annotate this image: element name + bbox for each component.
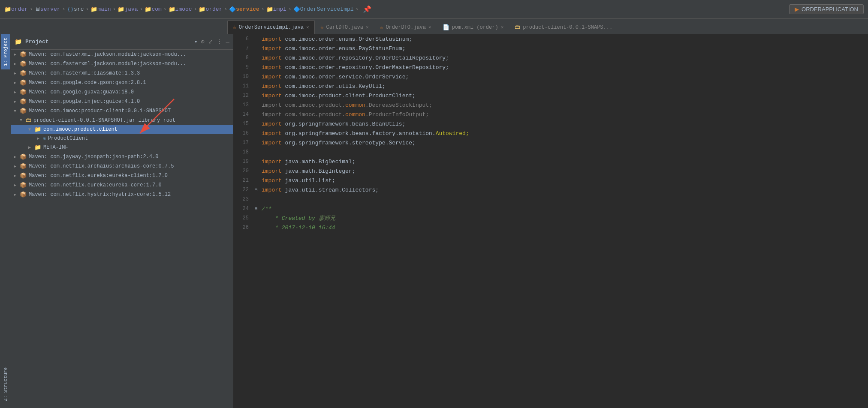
code-line-6[interactable]: import com.imooc.order.enums. OrderStatu… (259, 34, 868, 44)
breadcrumb-com-icon: 📁 (145, 6, 151, 13)
dropdown-arrow[interactable]: ▾ (195, 39, 198, 45)
code-line-11[interactable]: import com.imooc.order.utils. KeyUtil; (259, 81, 868, 91)
code-line-15[interactable]: import org.springframework.beans. BeanUt… (259, 119, 868, 129)
tab-pomxml[interactable]: 📄 pom.xml (order) ✕ (437, 20, 509, 34)
breadcrumb-impl-icon: 📁 (266, 6, 273, 13)
code-line-13[interactable]: import com.imooc.product. common .Decrea… (259, 100, 868, 110)
code-line-9[interactable]: import com.imooc.order.repository. Order… (259, 63, 868, 72)
empty-23 (262, 196, 265, 203)
kw-import-10: import (262, 74, 282, 80)
annotated-item-container: ▼ 📁 com.imooc.product.client (11, 125, 233, 134)
code-line-25[interactable]: * Created by 廖师兄 (259, 213, 868, 223)
line-num-7: 7 (233, 44, 253, 53)
line-num-12: 12 (233, 91, 253, 100)
breadcrumb-main[interactable]: main (97, 6, 111, 12)
project-panel-title: Project (25, 39, 191, 45)
code-line-7[interactable]: import com.imooc.order.enums. PayStatusE… (259, 44, 868, 53)
maven-icon-classmate: 📦 (20, 70, 27, 77)
sidebar-label-structure[interactable]: Z: Structure (1, 365, 10, 404)
pkg-14a: com.imooc.product. (282, 111, 345, 118)
maven-icon-eureka-core: 📦 (20, 182, 27, 189)
tab-java-icon-1: ☕ (320, 24, 324, 31)
breadcrumb-order2[interactable]: order (205, 6, 222, 12)
tree-item-jsonpath[interactable]: ▶ 📦 Maven: com.jayway.jsonpath:json-path… (11, 152, 233, 162)
tab-productclient[interactable]: 🗃 product-client-0.0.1-SNAPS... (509, 20, 618, 34)
tree-item-jackson1[interactable]: ▶ 📦 Maven: com.fasterxml.jackson.module:… (11, 50, 233, 59)
expand-icon[interactable]: ⤢ (208, 38, 213, 45)
settings-icon[interactable]: ⋮ (217, 38, 223, 45)
tree-item-productclient-class[interactable]: ▶ ⊞ ProductClient (11, 134, 233, 143)
tree-item-eureka-client[interactable]: ▶ 📦 Maven: com.netflix.eureka:eureka-cli… (11, 171, 233, 180)
code-line-23[interactable] (259, 195, 868, 204)
code-line-14[interactable]: import com.imooc.product. common .Produc… (259, 110, 868, 119)
label-gson: Maven: com.google.code.gson:gson:2.8.1 (29, 80, 146, 86)
pkg-10: com.imooc.order.service. (282, 74, 365, 80)
code-line-24[interactable]: /** (259, 204, 868, 213)
tree-item-classmate[interactable]: ▶ 📦 Maven: com.fasterxml:classmate:1.3.3 (11, 69, 233, 78)
code-line-17[interactable]: import org.springframework.stereotype. S… (259, 138, 868, 147)
id-8: OrderDetailRepository; (375, 55, 449, 61)
code-line-10[interactable]: import com.imooc.order.service. OrderSer… (259, 72, 868, 81)
pin-icon[interactable]: 📌 (363, 5, 371, 14)
code-line-19[interactable]: import java.math. BigDecimal; (259, 157, 868, 166)
id-12: ProductClient; (369, 93, 416, 99)
tab-close-3[interactable]: ✕ (501, 24, 504, 30)
pkg-8: com.imooc.order.repository. (282, 55, 375, 61)
tab-close-0[interactable]: ✕ (306, 24, 309, 30)
pkg-13a: com.imooc.product. (282, 102, 345, 108)
breadcrumb-imooc[interactable]: imooc (175, 6, 192, 12)
tree-item-product-client-maven[interactable]: ▼ 📦 Maven: com.imooc:product-client:0.0.… (11, 106, 233, 116)
tab-orderserviceimpl[interactable]: ☕ OrderServiceImpl.java ✕ (227, 20, 315, 34)
maven-icon-guice: 📦 (20, 98, 27, 105)
line-numbers: 6 7 8 9 10 11 12 13 14 15 16 17 18 19 20… (233, 34, 253, 408)
tree-item-guice[interactable]: ▶ 📦 Maven: com.google.inject:guice:4.1.0 (11, 97, 233, 106)
code-line-8[interactable]: import com.imooc.order.repository. Order… (259, 53, 868, 63)
kw-import-14: import (262, 111, 282, 118)
fold-25 (253, 213, 259, 223)
code-line-12[interactable]: import com.imooc.product.client. Product… (259, 91, 868, 100)
tree-item-com-imooc-product-client[interactable]: ▼ 📁 com.imooc.product.client (11, 125, 233, 134)
tree-item-archaius[interactable]: ▶ 📦 Maven: com.netflix.archaius:archaius… (11, 162, 233, 171)
breadcrumb-server[interactable]: server (40, 6, 60, 12)
fold-24[interactable]: ⊟ (253, 204, 259, 213)
breadcrumb-order[interactable]: order (11, 6, 28, 12)
pkg-9: com.imooc.order.repository. (282, 64, 375, 71)
tree-item-hystrix[interactable]: ▶ 📦 Maven: com.netflix.hystrix:hystrix-c… (11, 190, 233, 199)
code-line-20[interactable]: import java.math. BigInteger; (259, 166, 868, 176)
breadcrumb-impl[interactable]: impl (273, 6, 286, 12)
code-line-26[interactable]: * 2017-12-10 16:44 (259, 223, 868, 232)
line-num-10: 10 (233, 72, 253, 81)
id-16: Autowired; (436, 130, 469, 137)
breadcrumb-bar: 📁 order › 🖥 server › ⟨⟩ src › 📁 main › 📁… (0, 0, 868, 19)
tree-item-meta-inf[interactable]: ▶ 📁 META-INF (11, 143, 233, 152)
tab-close-2[interactable]: ✕ (428, 24, 431, 30)
tree-item-gson[interactable]: ▶ 📦 Maven: com.google.code.gson:gson:2.8… (11, 78, 233, 87)
fold-22[interactable]: ⊟ (253, 185, 259, 195)
sidebar-label-project[interactable]: 1: Project (1, 34, 10, 69)
minimize-icon[interactable]: — (226, 39, 229, 45)
breadcrumb-service[interactable]: service (236, 6, 259, 12)
tab-close-1[interactable]: ✕ (366, 24, 369, 30)
code-line-16[interactable]: import org.springframework.beans.factory… (259, 129, 868, 138)
label-jackson2: Maven: com.fasterxml.jackson.module:jack… (29, 61, 186, 67)
breadcrumb-class-icon: 🔷 (293, 6, 300, 13)
breadcrumb-classname[interactable]: OrderServiceImpl (300, 6, 354, 12)
tab-cartdto[interactable]: ☕ CartDTO.java ✕ (315, 20, 374, 34)
run-application-button[interactable]: ▶ ORDERAPPLICATION (789, 4, 864, 14)
breadcrumb-src[interactable]: src (74, 6, 84, 12)
target-icon[interactable]: ⊙ (201, 38, 204, 45)
tree-item-jackson2[interactable]: ▶ 📦 Maven: com.fasterxml.jackson.module:… (11, 59, 233, 69)
label-jsonpath: Maven: com.jayway.jsonpath:json-path:2.4… (29, 154, 158, 160)
breadcrumb-com[interactable]: com (151, 6, 161, 12)
code-line-21[interactable]: import java.util. List; (259, 176, 868, 185)
tree-item-guava[interactable]: ▶ 📦 Maven: com.google.guava:guava:18.0 (11, 87, 233, 97)
code-line-22[interactable]: import java.util.stream. Collectors; (259, 185, 868, 195)
label-com-imooc: com.imooc.product.client (43, 126, 118, 132)
code-line-18[interactable] (259, 147, 868, 157)
breadcrumb-java[interactable]: java (124, 6, 138, 12)
tree-item-product-jar[interactable]: ▼ 🗃 product-client-0.0.1-SNAPSHOT.jar li… (11, 116, 233, 125)
tree-item-eureka-core[interactable]: ▶ 📦 Maven: com.netflix.eureka:eureka-cor… (11, 180, 233, 190)
tab-orderdto[interactable]: ☕ OrderDTO.java ✕ (374, 20, 437, 34)
pkg-19: java.math. (282, 159, 319, 165)
line-num-22: 22 (233, 185, 253, 195)
